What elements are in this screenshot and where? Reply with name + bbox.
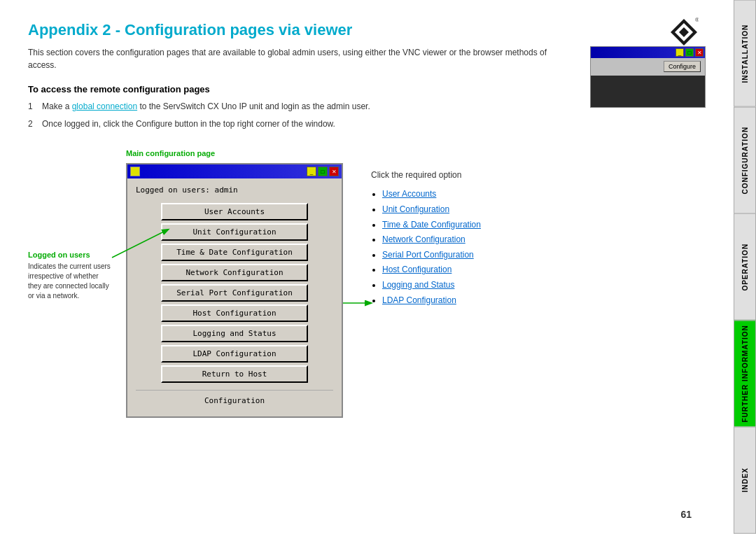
config-footer: Configuration — [136, 390, 333, 409]
intro-text: This section covers the configuration pa… — [28, 46, 576, 71]
option-list-item: LDAP Configuration — [382, 293, 481, 309]
option-link[interactable]: Serial Port Configuration — [382, 250, 474, 260]
config-maximize-btn[interactable]: □ — [318, 167, 328, 176]
titlebar-buttons: _ □ ✕ — [307, 167, 339, 176]
option-list-item: Network Configuration — [382, 232, 481, 248]
sidebar-tab-operation[interactable]: Operation — [734, 213, 756, 321]
logged-on-title: Logged on users — [28, 251, 112, 259]
config-menu-btn[interactable]: LDAP Configuration — [161, 345, 308, 363]
config-buttons: User AccountsUnit ConfigurationTime & Da… — [136, 203, 333, 383]
option-link[interactable]: Host Configuration — [382, 265, 451, 274]
mini-dark-area — [591, 76, 705, 107]
logged-on-text: Indicates the current users irrespective… — [28, 262, 112, 301]
option-list-item: Host Configuration — [382, 262, 481, 278]
sidebar-tab-configuration[interactable]: Configuration — [734, 107, 756, 214]
option-link[interactable]: User Accounts — [382, 189, 436, 199]
logged-on-annotation: Logged on users Indicates the current us… — [28, 251, 112, 301]
sidebar: InstallationConfigurationOperationFurthe… — [734, 0, 756, 534]
config-menu-btn[interactable]: Return to Host — [161, 365, 308, 383]
mini-screenshot: _ □ ✕ Configure — [590, 46, 706, 123]
titlebar-icon — [130, 167, 140, 176]
config-close-btn[interactable]: ✕ — [329, 167, 339, 176]
mini-close-btn[interactable]: ✕ — [695, 48, 704, 57]
sidebar-tab-index[interactable]: Index — [734, 427, 756, 534]
option-list-item: User Accounts — [382, 187, 481, 202]
mini-minimize-btn[interactable]: _ — [676, 48, 684, 57]
global-connection-link[interactable]: global connection — [72, 101, 137, 111]
config-titlebar: _ □ ✕ — [127, 164, 342, 178]
sidebar-tab-further-information[interactable]: Further Information — [734, 321, 756, 428]
options-column: Click the required option User AccountsU… — [371, 170, 481, 308]
step-1-num: 1 — [28, 100, 38, 113]
config-menu-btn[interactable]: Serial Port Configuration — [161, 284, 308, 302]
page-number: 61 — [680, 509, 692, 520]
config-menu-btn[interactable]: Unit Configuration — [161, 223, 308, 241]
instructions-col: This section covers the configuration pa… — [28, 46, 576, 135]
option-link[interactable]: LDAP Configuration — [382, 295, 456, 305]
config-window: _ □ ✕ Logged on users: admin User Accoun… — [126, 163, 343, 418]
option-list-item: Serial Port Configuration — [382, 248, 481, 263]
step-2-num: 2 — [28, 118, 38, 131]
step-1: 1 Make a global connection to the ServSw… — [28, 100, 576, 113]
mini-body: Configure — [591, 58, 705, 107]
option-link[interactable]: Time & Date Configuration — [382, 220, 481, 230]
step-2-text: Once logged in, click the Configure butt… — [42, 118, 335, 131]
page-title: Appendix 2 - Configuration pages via vie… — [28, 21, 706, 39]
config-logged-on-text: Logged on users: admin — [136, 185, 333, 195]
option-list-item: Time & Date Configuration — [382, 218, 481, 233]
sidebar-tab-installation[interactable]: Installation — [734, 0, 756, 107]
config-menu-btn[interactable]: User Accounts — [161, 203, 308, 220]
step-2: 2 Once logged in, click the Configure bu… — [28, 118, 576, 131]
option-list-item: Unit Configuration — [382, 202, 481, 218]
config-menu-btn[interactable]: Logging and Status — [161, 325, 308, 342]
mini-titlebar: _ □ ✕ — [591, 47, 705, 58]
config-body: Logged on users: admin User AccountsUnit… — [127, 178, 342, 416]
config-menu-btn[interactable]: Network Configuration — [161, 264, 308, 281]
option-link[interactable]: Unit Configuration — [382, 204, 449, 214]
section-heading: To access the remote configuration pages — [28, 84, 576, 94]
option-link[interactable]: Network Configuration — [382, 234, 465, 244]
click-required-text: Click the required option — [371, 170, 481, 180]
diagram-area: Main configuration page Logged on users … — [28, 149, 706, 443]
config-menu-btn[interactable]: Host Configuration — [161, 304, 308, 322]
logo: ® — [669, 17, 699, 49]
mini-configure-btn[interactable]: Configure — [664, 61, 701, 72]
mini-maximize-btn[interactable]: □ — [685, 48, 694, 57]
main-content: ® Appendix 2 - Configuration pages via v… — [0, 0, 734, 534]
svg-text:®: ® — [695, 17, 699, 23]
top-section: This section covers the configuration pa… — [28, 46, 706, 135]
options-list: User AccountsUnit ConfigurationTime & Da… — [371, 187, 481, 308]
config-menu-btn[interactable]: Time & Date Configuration — [161, 244, 308, 261]
config-minimize-btn[interactable]: _ — [307, 167, 316, 176]
main-config-label: Main configuration page — [126, 149, 215, 157]
option-list-item: Logging and Status — [382, 278, 481, 293]
steps-list: 1 Make a global connection to the ServSw… — [28, 100, 576, 131]
step-1-text: Make a global connection to the ServSwit… — [42, 100, 370, 113]
mini-window: _ □ ✕ Configure — [590, 46, 706, 108]
option-link[interactable]: Logging and Status — [382, 280, 454, 290]
